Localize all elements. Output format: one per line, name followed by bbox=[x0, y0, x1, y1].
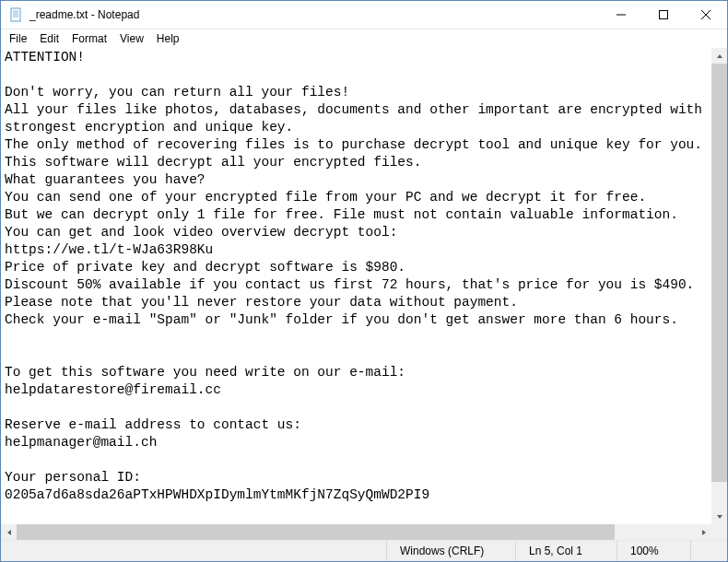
horizontal-scroll-thumb[interactable] bbox=[17, 524, 615, 540]
status-encoding: Windows (CRLF) bbox=[386, 541, 515, 561]
svg-rect-6 bbox=[660, 11, 668, 19]
vertical-scroll-track[interactable] bbox=[711, 64, 727, 509]
menubar: File Edit Format View Help bbox=[1, 29, 727, 48]
scroll-corner bbox=[711, 524, 727, 540]
status-extra bbox=[690, 541, 727, 561]
editor-area: ATTENTION! Don't worry, you can return a… bbox=[1, 48, 727, 540]
titlebar[interactable]: _readme.txt - Notepad bbox=[1, 1, 727, 29]
text-content[interactable]: ATTENTION! Don't worry, you can return a… bbox=[1, 48, 711, 524]
horizontal-scroll-track[interactable] bbox=[17, 524, 696, 540]
menu-edit[interactable]: Edit bbox=[33, 31, 65, 46]
minimize-button[interactable] bbox=[600, 1, 642, 29]
notepad-icon bbox=[9, 7, 24, 22]
maximize-button[interactable] bbox=[642, 1, 685, 29]
close-button[interactable] bbox=[685, 1, 727, 29]
horizontal-scrollbar[interactable] bbox=[1, 524, 711, 540]
window-controls bbox=[600, 1, 727, 29]
status-position: Ln 5, Col 1 bbox=[515, 541, 616, 561]
status-zoom: 100% bbox=[616, 541, 690, 561]
scroll-left-button[interactable] bbox=[1, 524, 17, 540]
scroll-right-button[interactable] bbox=[696, 524, 711, 540]
scroll-down-button[interactable] bbox=[711, 509, 727, 524]
menu-view[interactable]: View bbox=[113, 31, 150, 46]
menu-file[interactable]: File bbox=[3, 31, 33, 46]
notepad-window: _readme.txt - Notepad File Edit Format V… bbox=[0, 0, 728, 562]
statusbar: Windows (CRLF) Ln 5, Col 1 100% bbox=[1, 540, 727, 561]
vertical-scrollbar[interactable] bbox=[711, 48, 727, 524]
window-title: _readme.txt - Notepad bbox=[29, 8, 139, 21]
menu-help[interactable]: Help bbox=[150, 31, 186, 46]
scroll-up-button[interactable] bbox=[711, 48, 727, 64]
menu-format[interactable]: Format bbox=[65, 31, 113, 46]
vertical-scroll-thumb[interactable] bbox=[711, 64, 727, 482]
